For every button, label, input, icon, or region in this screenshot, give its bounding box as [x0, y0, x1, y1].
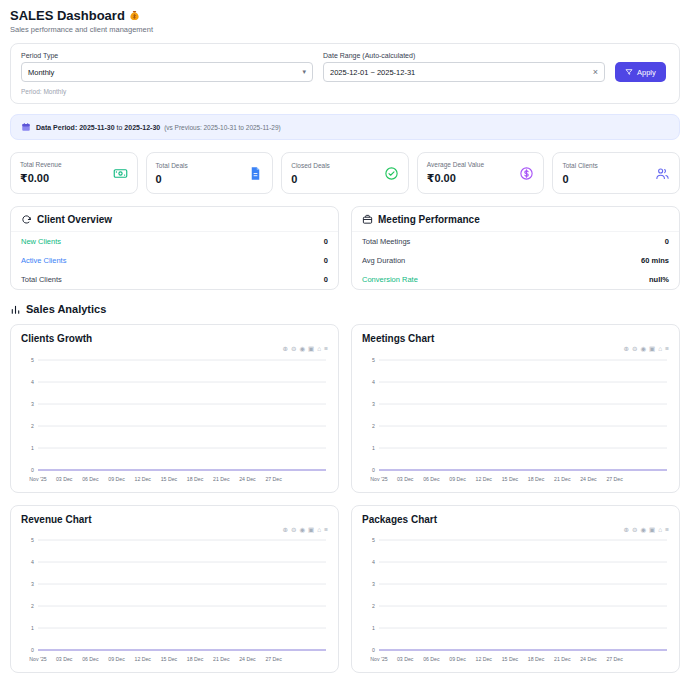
zoom-in-icon[interactable]: ⊕	[624, 527, 629, 534]
packages-chart-plot[interactable]: 012345Nov '2503 Dec06 Dec09 Dec12 Dec15 …	[362, 534, 669, 664]
stat-card-closed-deals: Closed Deals 0	[281, 152, 409, 194]
dollar-circle-icon	[519, 166, 534, 181]
menu-icon[interactable]: ≡	[324, 527, 328, 534]
svg-text:0: 0	[372, 647, 375, 653]
client-overview-icon	[21, 214, 32, 225]
banner-start-date: 2025-11-30	[79, 124, 114, 131]
zoom-out-icon[interactable]: ⊖	[291, 346, 296, 353]
zoom-icon[interactable]: ◉	[640, 527, 646, 534]
period-type-value: Monthly	[28, 68, 54, 77]
menu-icon[interactable]: ≡	[665, 346, 669, 353]
date-range-input[interactable]: 2025-12-01 ~ 2025-12-31 ×	[323, 62, 605, 82]
svg-text:2: 2	[372, 603, 375, 609]
sales-analytics-header: Sales Analytics	[10, 303, 680, 315]
revenue-chart-plot[interactable]: 012345Nov '2503 Dec06 Dec09 Dec12 Dec15 …	[21, 534, 328, 664]
zoom-icon[interactable]: ◉	[299, 527, 305, 534]
camera-icon[interactable]: ▣	[308, 346, 314, 353]
svg-text:27 Dec: 27 Dec	[606, 476, 623, 482]
zoom-in-icon[interactable]: ⊕	[283, 527, 288, 534]
row-value: 0	[324, 275, 328, 284]
apply-button[interactable]: Apply	[615, 62, 666, 82]
svg-text:5: 5	[372, 537, 375, 543]
period-type-select[interactable]: Monthly ▾	[21, 62, 313, 82]
row-value: 0	[665, 237, 669, 246]
chart-card-revenue: Revenue Chart ⊕⊖◉▣⌂≡ 012345Nov '2503 Dec…	[10, 505, 339, 674]
row-value: 0	[324, 256, 328, 265]
panel-row-new-clients: New Clients 0	[11, 232, 338, 251]
stat-card-total-deals: Total Deals 0	[146, 152, 274, 194]
sales-dashboard-page: SALES Dashboard Sales performance and cl…	[0, 0, 690, 681]
svg-text:03 Dec: 03 Dec	[56, 476, 73, 482]
svg-text:15 Dec: 15 Dec	[502, 656, 519, 662]
reset-axes-icon[interactable]: ⌂	[658, 527, 662, 534]
zoom-icon[interactable]: ◉	[299, 346, 305, 353]
svg-text:Nov '25: Nov '25	[370, 656, 388, 662]
camera-icon[interactable]: ▣	[649, 346, 655, 353]
stat-value: 0	[156, 173, 188, 185]
svg-text:06 Dec: 06 Dec	[82, 476, 99, 482]
zoom-icon[interactable]: ◉	[640, 346, 646, 353]
reset-axes-icon[interactable]: ⌂	[658, 346, 662, 353]
svg-text:4: 4	[31, 379, 34, 385]
stat-card-total-clients: Total Clients 0	[552, 152, 680, 194]
svg-text:3: 3	[372, 401, 375, 407]
zoom-out-icon[interactable]: ⊖	[291, 527, 296, 534]
row-value: 0	[324, 237, 328, 246]
svg-text:21 Dec: 21 Dec	[213, 476, 230, 482]
svg-text:5: 5	[31, 537, 34, 543]
svg-text:3: 3	[372, 581, 375, 587]
menu-icon[interactable]: ≡	[665, 527, 669, 534]
svg-text:18 Dec: 18 Dec	[187, 656, 204, 662]
svg-text:06 Dec: 06 Dec	[423, 656, 440, 662]
reset-axes-icon[interactable]: ⌂	[317, 527, 321, 534]
svg-text:18 Dec: 18 Dec	[528, 476, 545, 482]
svg-text:09 Dec: 09 Dec	[108, 656, 125, 662]
camera-icon[interactable]: ▣	[308, 527, 314, 534]
svg-text:1: 1	[372, 445, 375, 451]
chevron-down-icon: ▾	[302, 68, 306, 76]
users-icon	[655, 166, 670, 181]
zoom-in-icon[interactable]: ⊕	[283, 346, 288, 353]
clear-icon[interactable]: ×	[593, 68, 598, 77]
stat-label: Total Deals	[156, 162, 188, 169]
row-value: 60 mins	[641, 256, 669, 265]
page-title: SALES Dashboard	[10, 8, 680, 23]
page-subtitle: Sales performance and client management	[10, 25, 680, 34]
period-caption: Period: Monthly	[21, 88, 669, 95]
meetings-chart-plot[interactable]: 012345Nov '2503 Dec06 Dec09 Dec12 Dec15 …	[362, 354, 669, 484]
svg-text:09 Dec: 09 Dec	[449, 476, 466, 482]
row-label: New Clients	[21, 237, 61, 246]
chart-card-packages: Packages Chart ⊕⊖◉▣⌂≡ 012345Nov '2503 De…	[351, 505, 680, 674]
row-label: Conversion Rate	[362, 275, 418, 284]
svg-text:3: 3	[31, 401, 34, 407]
reset-axes-icon[interactable]: ⌂	[317, 346, 321, 353]
svg-text:4: 4	[372, 379, 375, 385]
chart-modebar: ⊕⊖◉▣⌂≡	[362, 346, 669, 353]
meeting-performance-panel: Meeting Performance Total Meetings 0 Avg…	[351, 206, 680, 290]
stat-label: Total Clients	[562, 162, 597, 169]
page-header: SALES Dashboard Sales performance and cl…	[10, 8, 680, 34]
chart-modebar: ⊕⊖◉▣⌂≡	[362, 527, 669, 534]
svg-text:15 Dec: 15 Dec	[502, 476, 519, 482]
chart-title: Meetings Chart	[362, 333, 669, 344]
chart-card-meetings: Meetings Chart ⊕⊖◉▣⌂≡ 012345Nov '2503 De…	[351, 324, 680, 493]
calendar-icon	[21, 122, 31, 132]
svg-text:12 Dec: 12 Dec	[476, 656, 493, 662]
meeting-performance-icon	[362, 214, 373, 225]
svg-text:3: 3	[31, 581, 34, 587]
menu-icon[interactable]: ≡	[324, 346, 328, 353]
camera-icon[interactable]: ▣	[649, 527, 655, 534]
svg-text:Nov '25: Nov '25	[29, 476, 47, 482]
money-bag-icon	[129, 10, 140, 21]
apply-button-label: Apply	[637, 68, 656, 77]
svg-text:24 Dec: 24 Dec	[580, 476, 597, 482]
chart-title: Revenue Chart	[21, 514, 328, 525]
svg-text:1: 1	[372, 625, 375, 631]
panel-row-avg-duration: Avg Duration 60 mins	[352, 251, 679, 270]
stat-label: Total Revenue	[20, 161, 62, 168]
zoom-out-icon[interactable]: ⊖	[632, 527, 637, 534]
zoom-out-icon[interactable]: ⊖	[632, 346, 637, 353]
zoom-in-icon[interactable]: ⊕	[624, 346, 629, 353]
clients-growth-plot[interactable]: 012345Nov '2503 Dec06 Dec09 Dec12 Dec15 …	[21, 354, 328, 484]
stat-cards-row: Total Revenue ₹0.00 Total Deals 0	[10, 152, 680, 194]
